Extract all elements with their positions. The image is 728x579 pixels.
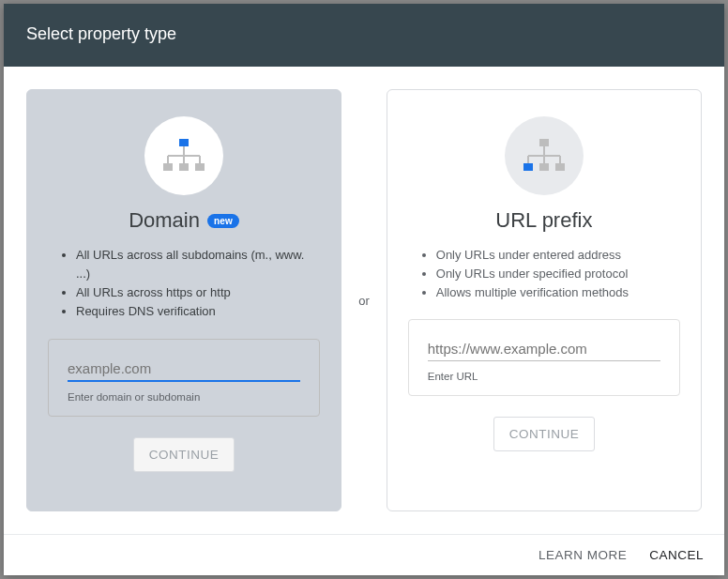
list-item: All URLs across all subdomains (m., www.…	[76, 246, 314, 283]
svg-rect-17	[555, 163, 565, 171]
property-type-dialog: Select property type Domain new	[4, 4, 724, 575]
svg-rect-6	[163, 163, 173, 171]
list-item: Only URLs under specified protocol	[436, 265, 675, 283]
dialog-body: Domain new All URLs across all subdomain…	[4, 67, 724, 534]
svg-rect-9	[539, 139, 549, 146]
cancel-button[interactable]: CANCEL	[649, 548, 704, 562]
domain-input-box: Enter domain or subdomain	[48, 339, 320, 417]
url-continue-button[interactable]: CONTINUE	[493, 417, 596, 451]
dialog-header: Select property type	[4, 4, 724, 67]
domain-title-row: Domain new	[129, 208, 239, 233]
sitemap-icon	[160, 137, 207, 175]
url-input[interactable]	[428, 339, 660, 361]
or-separator: or	[341, 294, 387, 308]
svg-rect-0	[179, 139, 189, 146]
learn-more-button[interactable]: LEARN MORE	[538, 548, 627, 562]
domain-icon-circle	[144, 116, 223, 195]
svg-rect-16	[539, 163, 549, 171]
sitemap-icon	[521, 137, 568, 175]
domain-helper: Enter domain or subdomain	[68, 391, 300, 403]
domain-input[interactable]	[68, 358, 300, 382]
list-item: Only URLs under entered address	[436, 246, 675, 265]
svg-rect-15	[523, 163, 533, 171]
dialog-title: Select property type	[26, 24, 176, 43]
svg-rect-7	[179, 163, 189, 171]
domain-card-title: Domain	[129, 208, 200, 233]
url-title-row: URL prefix	[495, 208, 592, 233]
url-input-box: Enter URL	[408, 319, 680, 396]
list-item: Allows multiple verification methods	[436, 283, 675, 302]
dialog-footer: LEARN MORE CANCEL	[4, 534, 724, 575]
url-prefix-card[interactable]: URL prefix Only URLs under entered addre…	[387, 89, 702, 511]
list-item: Requires DNS verification	[76, 302, 314, 321]
svg-rect-8	[195, 163, 205, 171]
url-card-title: URL prefix	[495, 208, 592, 233]
domain-bullets: All URLs across all subdomains (m., www.…	[48, 246, 320, 322]
list-item: All URLs across https or http	[76, 283, 314, 302]
domain-card[interactable]: Domain new All URLs across all subdomain…	[26, 89, 341, 511]
url-bullets: Only URLs under entered address Only URL…	[408, 246, 680, 302]
domain-continue-button[interactable]: CONTINUE	[133, 437, 235, 472]
url-helper: Enter URL	[428, 371, 660, 382]
new-badge: new	[207, 214, 239, 228]
url-icon-circle	[505, 116, 584, 195]
